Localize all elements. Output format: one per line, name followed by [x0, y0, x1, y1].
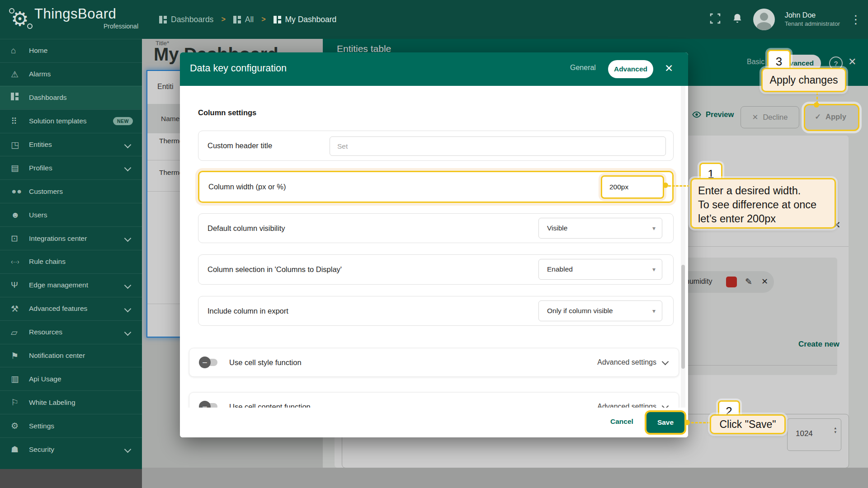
- chevron-down-icon: [124, 141, 132, 148]
- callout2-connector: [687, 422, 710, 423]
- security-shield-icon: ☗: [11, 444, 29, 455]
- sidebar-item-edge-management[interactable]: ΨEdge management: [0, 273, 142, 297]
- callout3-label: Apply changes: [761, 68, 846, 92]
- thingsboard-logo-icon: ⚙: [7, 5, 33, 32]
- chevron-down-icon: [124, 328, 132, 336]
- row-custom-header-title: Custom header title: [198, 131, 674, 161]
- modal-scrollbar-thumb[interactable]: [681, 265, 685, 369]
- user-name: John Doe: [785, 11, 840, 20]
- row-include-column-in-export: Include column in export Only if column …: [198, 296, 674, 326]
- more-menu-icon[interactable]: ⋮: [850, 13, 860, 27]
- brand-edition: Professional: [34, 23, 138, 30]
- home-icon: ⌂: [11, 46, 29, 56]
- fullscreen-icon[interactable]: [709, 12, 722, 27]
- users-icon: ☻: [11, 210, 29, 220]
- dialog-footer: Cancel Save: [180, 408, 688, 437]
- dialog-header: Data key configuration General Advanced …: [180, 52, 688, 86]
- sidebar-item-advanced-features[interactable]: ⚒Advanced features: [0, 297, 142, 320]
- row-default-column-visibility: Default column visibility Visible: [198, 213, 674, 243]
- default-column-visibility-select[interactable]: Visible: [538, 218, 662, 239]
- white-labeling-icon: ⚐: [11, 397, 29, 408]
- chevron-down-icon: [124, 235, 132, 242]
- row-column-selection: Column selection in 'Columns to Display'…: [198, 254, 674, 285]
- api-usage-icon: ▥: [11, 374, 29, 384]
- sidebar-item-users[interactable]: ☻Users: [0, 203, 142, 226]
- tab-general[interactable]: General: [570, 64, 596, 72]
- advanced-features-icon: ⚒: [11, 304, 29, 314]
- notifications-bell-icon[interactable]: [731, 12, 743, 27]
- dashboards-icon: [233, 16, 241, 23]
- section-title: Column settings: [198, 108, 256, 117]
- profiles-icon: ▤: [11, 163, 29, 173]
- tab-advanced[interactable]: Advanced: [608, 60, 653, 78]
- notification-center-icon: ⚑: [11, 351, 29, 361]
- apply-highlight-ring: [804, 104, 859, 131]
- breadcrumb-my-dashboard[interactable]: My Dashboard: [274, 15, 337, 24]
- topbar: ⚙ ThingsBoard Professional Dashboards > …: [0, 0, 868, 39]
- toggle-off-icon: –: [199, 357, 211, 368]
- include-column-in-export-select[interactable]: Only if column visible: [538, 300, 662, 321]
- new-badge: NEW: [113, 117, 133, 125]
- sidebar-item-customers[interactable]: ☻☻Customers: [0, 179, 142, 203]
- dashboards-icon: [274, 16, 281, 23]
- brand-name: ThingsBoard: [34, 6, 138, 22]
- sidebar-item-settings[interactable]: ⚙Settings: [0, 414, 142, 437]
- sidebar-item-profiles[interactable]: ▤Profiles: [0, 156, 142, 179]
- edge-management-icon: Ψ: [11, 280, 29, 290]
- callout3-dot: [814, 102, 819, 108]
- advanced-settings-link[interactable]: Advanced settings: [597, 358, 668, 366]
- user-avatar[interactable]: [753, 9, 775, 30]
- breadcrumb-separator: >: [221, 15, 225, 23]
- integrations-icon: ⊡: [11, 233, 29, 244]
- cancel-button[interactable]: Cancel: [610, 418, 633, 426]
- callout2-dot: [684, 420, 690, 425]
- breadcrumb-separator: >: [261, 15, 265, 23]
- chevron-down-icon: [124, 305, 132, 312]
- sidebar-item-alarms[interactable]: ⚠Alarms: [0, 62, 142, 86]
- user-role: Tenant administrator: [785, 20, 840, 28]
- chevron-down-icon: [662, 358, 669, 365]
- breadcrumb-all[interactable]: All: [233, 15, 254, 24]
- row-use-cell-style-function: – Use cell style function Advanced setti…: [189, 348, 679, 377]
- breadcrumb-dashboards[interactable]: Dashboards: [159, 15, 213, 24]
- sidebar-item-security[interactable]: ☗Security: [0, 437, 142, 461]
- customers-icon: ☻☻: [11, 188, 29, 195]
- sidebar-item-rule-chains[interactable]: ‹··›Rule chains: [0, 250, 142, 273]
- settings-gear-icon: ⚙: [11, 421, 29, 431]
- sidebar-item-resources[interactable]: ▱Resources: [0, 320, 142, 344]
- custom-header-title-input[interactable]: [330, 136, 666, 156]
- close-dialog-icon[interactable]: ✕: [665, 62, 673, 75]
- data-key-configuration-dialog: Data key configuration General Advanced …: [180, 52, 688, 437]
- save-button[interactable]: Save: [646, 412, 684, 433]
- column-selection-select[interactable]: Enabled: [538, 259, 662, 280]
- solution-templates-icon: ⠿: [11, 116, 29, 127]
- row-column-width: Column width (px or %): [198, 171, 674, 203]
- callout1-connector: [668, 185, 690, 187]
- sidebar-item-white-labeling[interactable]: ⚐White Labeling: [0, 390, 142, 414]
- dashboards-icon: [11, 93, 29, 103]
- sidebar-item-api-usage[interactable]: ▥Api Usage: [0, 367, 142, 390]
- sidebar-item-home[interactable]: ⌂Home: [0, 39, 142, 62]
- screen: ⚙ ThingsBoard Professional Dashboards > …: [0, 0, 868, 488]
- brand: ThingsBoard Professional: [34, 6, 138, 30]
- column-width-input[interactable]: [601, 175, 664, 199]
- sidebar-item-notification-center[interactable]: ⚑Notification center: [0, 344, 142, 367]
- rule-chains-icon: ‹··›: [11, 258, 29, 265]
- chevron-down-icon: [124, 446, 132, 453]
- sidebar-item-solution-templates[interactable]: ⠿Solution templatesNEW: [0, 109, 142, 133]
- sidebar: ⌂Home ⚠Alarms Dashboards ⠿Solution templ…: [0, 39, 142, 469]
- dialog-title: Data key configuration: [190, 63, 287, 74]
- sidebar-item-entities[interactable]: ◳Entities: [0, 133, 142, 156]
- user-info[interactable]: John Doe Tenant administrator: [785, 11, 840, 28]
- callout1-dot: [663, 183, 668, 188]
- breadcrumb: Dashboards > All > My Dashboard: [159, 0, 336, 39]
- dashboards-icon: [159, 16, 167, 23]
- sidebar-item-integrations-center[interactable]: ⊡Integrations center: [0, 226, 142, 250]
- chevron-down-icon: [124, 164, 132, 172]
- cell-style-toggle[interactable]: –: [200, 359, 217, 366]
- callout2-label: Click "Save": [710, 414, 786, 434]
- chevron-down-icon: [124, 282, 132, 289]
- resources-icon: ▱: [11, 327, 29, 338]
- sidebar-item-dashboards[interactable]: Dashboards: [0, 86, 142, 109]
- callout1-label: Enter a desired width. To see difference…: [690, 178, 836, 229]
